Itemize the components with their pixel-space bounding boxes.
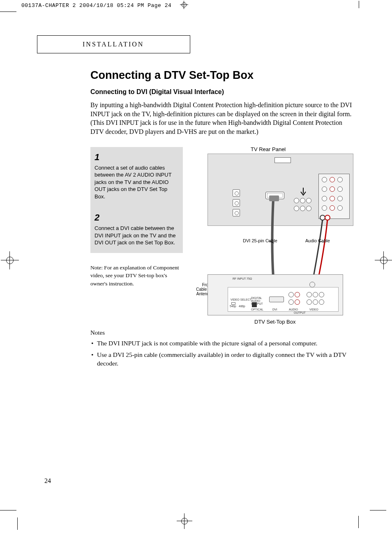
crop-mark xyxy=(17,517,18,530)
registration-mark-icon xyxy=(180,517,189,526)
step-text: Connect a DVI cable between the DVI INPU… xyxy=(95,225,179,246)
print-header: 00137A-CHAPTER 2 2004/10/18 05:24 PM Pag… xyxy=(21,2,171,9)
intro-paragraph: By inputting a high-bandwidth Digital Co… xyxy=(90,101,353,136)
stb-audio-label: AUDIO xyxy=(289,308,298,311)
stb-optical-label: OPTICAL xyxy=(251,308,263,311)
steps-box: 1 Connect a set of audio cables between … xyxy=(90,147,183,253)
page-subtitle: Connecting to DVI (Digital Visual Interf… xyxy=(90,88,353,96)
notes-heading: Notes xyxy=(90,329,353,336)
set-top-box-illustration: RF INPUT 75Ω VIDEO SELECT 540p 480p DIGI… xyxy=(208,274,343,315)
crop-mark xyxy=(359,1,359,8)
note-item: The DVI INPUT jack is not compatible wit… xyxy=(90,339,353,348)
section-label: INSTALLATION xyxy=(83,41,144,48)
registration-mark-icon xyxy=(379,255,389,265)
diagram-label-stb: DTV Set-Top Box xyxy=(254,319,295,325)
section-header-box: INSTALLATION xyxy=(37,35,190,53)
stb-output-label: OUTPUT xyxy=(294,311,306,314)
stb-rf-label: RF INPUT 75Ω xyxy=(233,277,252,280)
diagram-label-tv: TV Rear Panel xyxy=(251,146,286,152)
page-title: Connecting a DTV Set-Top Box xyxy=(90,69,353,82)
crop-mark xyxy=(0,11,16,12)
step-text: Connect a set of audio cables between th… xyxy=(95,164,179,200)
stb-dvi-label: DVI xyxy=(272,308,277,311)
dvi-port-icon xyxy=(265,192,284,199)
stb-540p-label: 540p xyxy=(230,305,236,308)
registration-mark-icon xyxy=(180,1,188,9)
crop-mark xyxy=(358,516,359,528)
step-note: Note: For an explanation of Component vi… xyxy=(90,264,183,288)
step-number: 2 xyxy=(95,212,179,224)
crop-mark xyxy=(370,510,386,510)
note-item: Use a DVI 25-pin cable (commercially ava… xyxy=(90,350,353,368)
connection-diagram: TV Rear Panel xyxy=(191,147,353,328)
tv-rear-panel-illustration xyxy=(208,154,353,226)
stb-video-select-label: VIDEO SELECT xyxy=(231,298,251,301)
step-number: 1 xyxy=(95,151,179,163)
crop-mark xyxy=(0,510,16,510)
page-number: 24 xyxy=(44,477,51,485)
arrow-down-icon xyxy=(300,188,307,197)
stb-video-label: VIDEO xyxy=(309,308,318,311)
dvi-cable-label: DVI 25-pin Cable xyxy=(243,238,277,243)
stb-480p-label: 480p xyxy=(239,305,245,308)
registration-mark-icon xyxy=(5,255,15,265)
audio-cable-label: Audio Cable xyxy=(305,238,330,243)
